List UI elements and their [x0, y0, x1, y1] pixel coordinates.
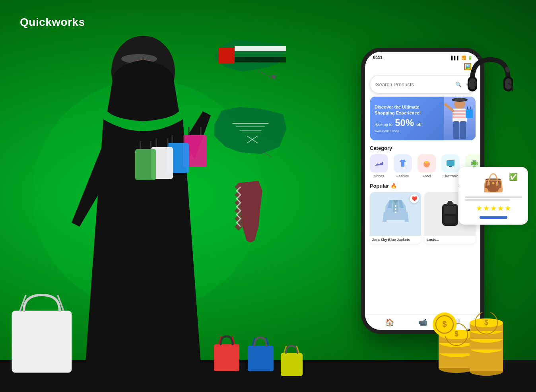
search-input[interactable]: [376, 82, 453, 87]
svg-rect-41: [460, 121, 466, 139]
svg-line-25: [258, 71, 274, 80]
svg-rect-38: [452, 113, 467, 115]
svg-rect-56: [444, 206, 456, 214]
svg-rect-57: [445, 216, 455, 223]
popular-label: Popular: [370, 183, 389, 189]
svg-rect-60: [469, 78, 476, 89]
star-4: ★: [497, 204, 504, 213]
category-fashion[interactable]: Fashion: [394, 154, 412, 178]
search-icon[interactable]: 🔍: [453, 79, 464, 90]
star-2: ★: [483, 204, 489, 213]
status-bar: 9:41 ▌▌▌ 📶 🔋: [365, 52, 480, 62]
svg-text:$: $: [454, 330, 458, 338]
heart-button-jacket[interactable]: ❤️: [410, 194, 419, 203]
svg-rect-37: [452, 110, 467, 112]
banner-text: Discover the Ultimate Shopping Experienc…: [370, 99, 444, 138]
popular-title: Popular 🔥: [370, 183, 397, 189]
svg-rect-87: [214, 344, 239, 371]
svg-rect-23: [235, 46, 286, 51]
sale-value: 50%: [395, 117, 414, 128]
star-1: ★: [476, 204, 482, 213]
star-rating: ★ ★ ★ ★ ★: [465, 204, 522, 213]
svg-rect-93: [281, 353, 303, 376]
coins-stack: $ $ $: [425, 312, 512, 376]
shoes-icon-bg: [370, 154, 388, 173]
electronic-label: Electronic: [443, 174, 458, 178]
product-name-backpack: Louis...: [424, 236, 476, 244]
order-line-1: [465, 196, 522, 198]
product-card-jacket[interactable]: ❤️: [370, 192, 421, 244]
svg-rect-43: [466, 109, 473, 118]
signal-icon: ▌▌▌: [451, 56, 460, 60]
promo-banner: Discover the Ultimate Shopping Experienc…: [370, 97, 476, 140]
svg-rect-90: [248, 345, 274, 371]
svg-text:$: $: [484, 318, 488, 326]
svg-rect-58: [448, 201, 452, 205]
fire-icon: 🔥: [390, 183, 397, 189]
svg-rect-48: [447, 160, 454, 166]
banner-url: www.kyniee.shop: [375, 129, 439, 133]
category-electronic[interactable]: Electronic: [441, 154, 460, 178]
food-label: Food: [423, 174, 431, 178]
fashion-label: Fashion: [396, 174, 409, 178]
svg-point-54: [395, 212, 396, 213]
order-bag-icon: 👜: [482, 173, 504, 192]
svg-text:$: $: [442, 320, 447, 328]
electronic-icon-bg: [441, 154, 460, 173]
order-line-2: [465, 199, 510, 201]
svg-point-52: [395, 205, 396, 207]
logo: Quickworks: [20, 16, 85, 29]
product-name-jacket: Zara Sky Blue Jackets: [370, 236, 421, 244]
product-image-jacket: ❤️: [370, 192, 421, 236]
sale-suffix: off: [416, 122, 421, 127]
fashion-icon-bg: [394, 154, 412, 173]
category-section-title: Category: [365, 142, 480, 153]
white-shopping-bag: [8, 287, 76, 376]
svg-line-42: [446, 105, 452, 111]
check-mark-icon: ✅: [509, 173, 518, 181]
home-nav-icon[interactable]: 🏠: [385, 318, 394, 327]
sale-prefix: Sale up to: [375, 122, 392, 127]
svg-point-53: [395, 208, 396, 210]
category-food[interactable]: Food: [418, 154, 436, 178]
svg-rect-49: [449, 166, 452, 167]
top-icons: 🖼️: [365, 62, 480, 72]
svg-rect-35: [455, 98, 464, 101]
order-bag-container: 👜 ✅: [465, 173, 522, 193]
star-3: ★: [490, 204, 497, 213]
svg-point-47: [425, 161, 429, 163]
order-rating-card: 👜 ✅ ★ ★ ★ ★ ★: [458, 167, 528, 225]
shoes-label: Shoes: [374, 174, 384, 178]
banner-sale: Sale up to 50% off: [375, 117, 439, 128]
svg-rect-24: [235, 57, 286, 62]
order-progress-bar: [480, 216, 507, 219]
phone-time: 9:41: [373, 55, 383, 60]
star-5: ★: [505, 204, 511, 213]
headphones-image: [464, 52, 516, 103]
food-icon-bg: [418, 154, 436, 173]
category-shoes[interactable]: Shoes: [370, 154, 388, 178]
banner-title: Discover the Ultimate Shopping Experienc…: [375, 104, 439, 116]
search-bar[interactable]: 🔍 ≡: [370, 75, 476, 93]
svg-rect-19: [12, 311, 72, 373]
svg-rect-16: [135, 149, 156, 180]
svg-rect-39: [452, 116, 467, 118]
svg-rect-40: [453, 121, 459, 139]
order-lines: [465, 196, 522, 201]
bottom-shopping-bags: [211, 332, 305, 372]
